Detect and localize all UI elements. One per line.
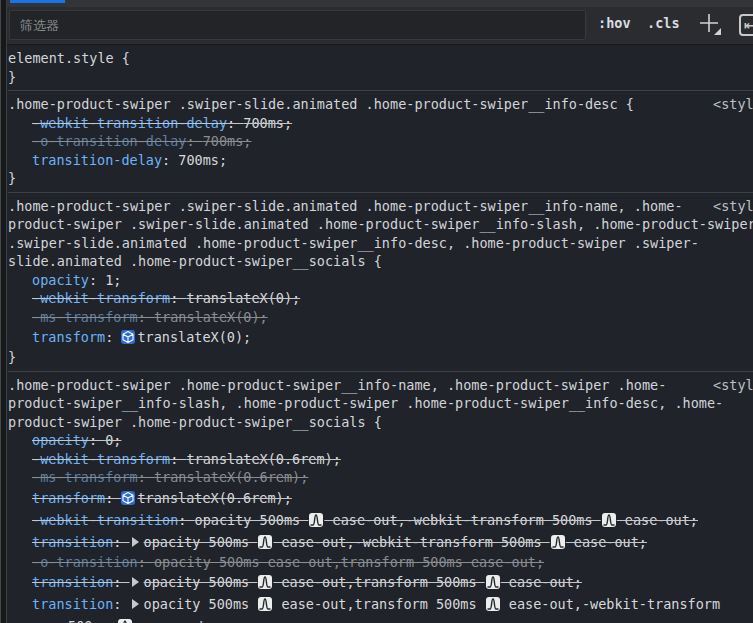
filter-input[interactable] (9, 10, 586, 40)
property-name: -ms-transform (32, 309, 138, 325)
property-name: -webkit-transform (32, 290, 170, 306)
property-value: ease-out; (501, 574, 582, 590)
overridden-declaration: transform: translateX(0.6rem); (32, 490, 292, 506)
expand-shorthand-icon[interactable] (132, 577, 139, 587)
closing-brace[interactable]: } (8, 68, 753, 87)
toggle-element-state-button[interactable]: :hov (598, 15, 631, 31)
property-value: translateX(0.6rem); (186, 451, 340, 467)
property-name: -webkit-transition (32, 512, 178, 528)
overridden-declaration: -webkit-transform: translateX(0.6rem); (32, 451, 341, 467)
cubic-bezier-icon[interactable] (551, 535, 565, 549)
property-value: opacity 500ms (195, 512, 309, 528)
new-style-rule-button[interactable] (697, 11, 723, 37)
expand-shorthand-icon[interactable] (132, 537, 139, 547)
element-style-section: element.style { } (8, 45, 753, 91)
property-value: ease-out,-webkit-transform (501, 596, 720, 612)
css-declaration[interactable]: -o-transition: opacity 500ms ease-out,tr… (8, 553, 753, 572)
overridden-declaration: -webkit-transform: translateX(0); (32, 290, 300, 306)
property-name: transition (32, 534, 113, 550)
cubic-bezier-icon[interactable] (258, 597, 272, 611)
property-name: transform (32, 329, 105, 345)
css-declaration[interactable]: transition-delay: 700ms; (8, 151, 753, 170)
property-value: ease-out; (566, 534, 647, 550)
css-selector[interactable]: .home-product-swiper .swiper-slide.anima… (8, 197, 753, 216)
property-value: translateX(0.6rem); (137, 490, 291, 506)
cubic-bezier-icon[interactable] (486, 575, 500, 589)
overridden-declaration: -ms-transform: translateX(0.6rem); (32, 469, 308, 485)
css-declaration[interactable]: opacity: 0; (8, 431, 753, 450)
property-value: ease-out,transform 500ms (273, 574, 484, 590)
css-declaration[interactable]: transition: opacity 500ms ease-out,trans… (8, 593, 753, 623)
expand-shorthand-icon[interactable] (132, 599, 139, 609)
property-value: opacity 500ms (144, 534, 258, 550)
transform-cube-icon[interactable] (121, 330, 135, 344)
css-declaration[interactable]: -webkit-transform: translateX(0.6rem); (8, 450, 753, 469)
css-rules-list: .home-product-swiper .swiper-slide.anima… (8, 91, 753, 623)
property-value: ease-out,-webkit-transform 500ms (273, 534, 549, 550)
css-declaration[interactable]: -o-transition-delay: 700ms; (8, 132, 753, 151)
styles-toolbar: :hov .cls ⇤ (0, 7, 753, 45)
plus-icon (697, 11, 723, 37)
property-value: 500ms (68, 618, 117, 623)
css-declaration[interactable]: -webkit-transform: translateX(0); (8, 289, 753, 308)
element-style-selector[interactable]: element.style { (8, 49, 753, 68)
property-value: opacity 500ms (144, 574, 258, 590)
css-selector[interactable]: product-swiper__info-slash, .home-produc… (8, 394, 753, 413)
style-source-link[interactable]: <styl (713, 198, 753, 214)
overridden-declaration: -webkit-transition: opacity 500ms ease-o… (32, 512, 698, 528)
property-value: 700ms; (178, 152, 227, 168)
style-source-link[interactable]: <styl (713, 96, 753, 112)
css-rule: .home-product-swiper .swiper-slide.anima… (8, 91, 753, 193)
overridden-declaration: transition: opacity 500ms ease-out,-webk… (32, 534, 647, 550)
transform-cube-icon[interactable] (121, 491, 135, 505)
css-selector[interactable]: .home-product-swiper .home-product-swipe… (8, 376, 753, 395)
styles-content: element.style { } .home-product-swiper .… (8, 45, 753, 623)
css-declaration[interactable]: transition: opacity 500ms ease-out,trans… (8, 571, 753, 593)
css-declaration[interactable]: transform: translateX(0); (8, 326, 753, 348)
overridden-declaration: -o-transition-delay: 700ms; (32, 133, 251, 149)
css-selector[interactable]: .home-product-swiper .swiper-slide.anima… (8, 95, 753, 114)
element-classes-button[interactable]: .cls (647, 15, 680, 31)
overridden-declaration: -o-transition: opacity 500ms ease-out,tr… (32, 554, 544, 570)
property-value: ease-out; (133, 618, 214, 623)
computed-sidebar-toggle-button[interactable]: ⇤ (739, 14, 753, 36)
cubic-bezier-icon[interactable] (258, 535, 272, 549)
overridden-declaration: -webkit-transition-delay: 700ms; (32, 115, 292, 131)
css-declaration[interactable]: opacity: 1; (8, 271, 753, 290)
css-selector[interactable]: slide.animated .home-product-swiper__soc… (8, 252, 753, 271)
property-name: opacity (32, 432, 89, 448)
property-name: -webkit-transition-delay (32, 115, 227, 131)
cubic-bezier-icon[interactable] (602, 513, 616, 527)
property-name: transition (32, 574, 113, 590)
property-value: 1; (105, 272, 121, 288)
cubic-bezier-icon[interactable] (258, 575, 272, 589)
cubic-bezier-icon[interactable] (309, 513, 323, 527)
css-selector[interactable]: product-swiper .swiper-slide.animated .h… (8, 215, 753, 234)
property-value: ease-out,-webkit-transform 500ms (324, 512, 600, 528)
property-value: 700ms; (203, 133, 252, 149)
css-declaration[interactable]: -webkit-transition: opacity 500ms ease-o… (8, 509, 753, 531)
tab-strip (0, 0, 753, 7)
style-source-link[interactable]: <styl (713, 377, 753, 393)
css-rule: .home-product-swiper .home-product-swipe… (8, 372, 753, 623)
css-declaration[interactable]: -webkit-transition-delay: 700ms; (8, 114, 753, 133)
css-declaration[interactable]: transition: opacity 500ms ease-out,-webk… (8, 531, 753, 553)
overridden-declaration: transition: opacity 500ms ease-out,trans… (32, 574, 582, 590)
cubic-bezier-icon[interactable] (486, 597, 500, 611)
property-name: opacity (32, 272, 89, 288)
css-selector[interactable]: .swiper-slide.animated .home-product-swi… (8, 234, 753, 253)
property-name: -o-transition-delay (32, 133, 186, 149)
closing-brace[interactable]: } (8, 169, 753, 188)
closing-brace[interactable]: } (8, 348, 753, 367)
property-name: transform (32, 490, 105, 506)
property-name: -ms-transform (32, 469, 138, 485)
panel-left-edge (0, 0, 7, 623)
css-declaration[interactable]: transform: translateX(0.6rem); (8, 487, 753, 509)
property-value: 0; (105, 432, 121, 448)
property-name: -webkit-transform (32, 451, 170, 467)
devtools-styles-panel: { "colors": { "accent_blue": "#1a73e8", … (0, 0, 753, 623)
css-declaration[interactable]: -ms-transform: translateX(0.6rem); (8, 468, 753, 487)
css-declaration[interactable]: -ms-transform: translateX(0); (8, 308, 753, 327)
css-selector[interactable]: product-swiper .home-product-swiper__soc… (8, 413, 753, 432)
cubic-bezier-icon[interactable] (118, 619, 132, 623)
